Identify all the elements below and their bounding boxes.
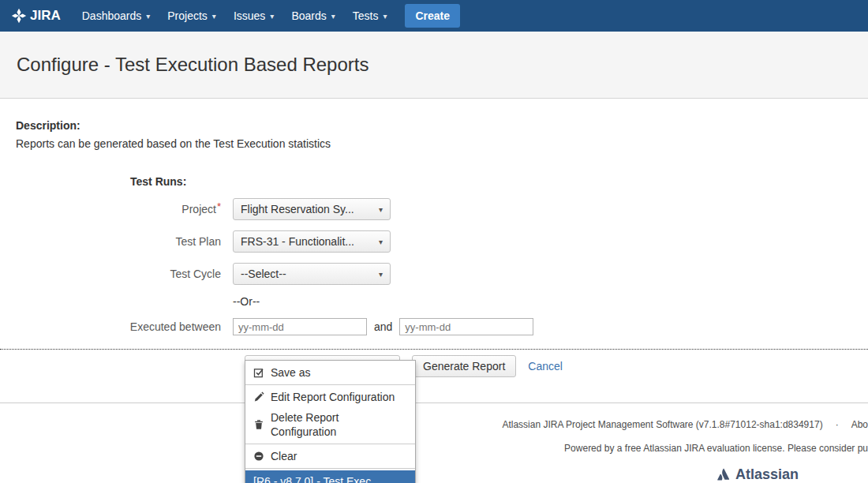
or-row: --Or-- [16,295,852,308]
executed-to-input[interactable] [399,318,533,335]
nav-item-label: Dashboards [82,9,142,22]
footer-line-2: Powered by a free Atlassian JIRA evaluat… [0,443,868,454]
menu-separator [245,468,415,469]
minus-circle-icon [253,451,264,462]
report-config-menu: Save as Edit Report Configuration Delete… [245,360,416,483]
jira-logo-text: JIRA [30,8,61,24]
cancel-link[interactable]: Cancel [528,360,563,373]
chevron-down-icon: ▾ [146,12,150,21]
test-cycle-select-value: --Select-- [241,268,286,280]
menu-separator [245,444,415,444]
chevron-down-icon: ▾ [331,12,335,21]
page-footer: Atlassian JIRA Project Management Softwa… [0,402,868,483]
footer-line-1: Atlassian JIRA Project Management Softwa… [0,419,868,430]
footer-about-link[interactable]: Abo [851,419,868,430]
project-label: Project* [16,203,233,215]
atlassian-logo-icon [716,467,731,483]
jira-logo[interactable]: JIRA [11,8,61,24]
chevron-down-icon: ▾ [383,12,387,21]
menu-item-label: Save as [271,365,311,380]
menu-item-label: Delete Report Configuration [271,410,407,439]
project-row: Project* Flight Reservation Sy... ▾ [16,198,852,220]
nav-item-label: Boards [291,9,326,22]
test-runs-section-label: Test Runs: [130,175,852,188]
menu-item-save-as[interactable]: Save as [245,362,415,383]
checkbox-icon [253,367,264,378]
generate-report-button[interactable]: Generate Report [412,355,516,377]
page-title: Configure - Test Execution Based Reports [17,54,369,76]
menu-item-selected-report[interactable]: [R6 - v8.7.0] - Test Exec... [245,470,415,483]
nav-item-dashboards[interactable]: Dashboards ▾ [73,0,159,32]
project-label-text: Project [181,203,216,215]
and-text: and [374,320,392,333]
nav-item-label: Tests [353,9,379,22]
dotted-divider [0,349,868,350]
description-label: Description: [16,119,852,132]
chevron-down-icon: ▾ [379,205,383,214]
jira-logo-icon [11,8,27,24]
atlassian-logo-text: Atlassian [735,466,799,483]
nav-item-projects[interactable]: Projects ▾ [159,0,225,32]
executed-between-row: Executed between and [16,318,852,335]
page-header: Configure - Test Execution Based Reports [0,32,868,99]
menu-item-label: [R6 - v8.7.0] - Test Exec... [253,474,380,483]
chevron-down-icon: ▾ [212,12,216,21]
create-button[interactable]: Create [405,4,460,28]
top-navigation: JIRA Dashboards ▾ Projects ▾ Issues ▾ Bo… [0,0,868,32]
menu-separator [245,384,415,385]
footer-version-text: Atlassian JIRA Project Management Softwa… [502,419,822,430]
chevron-down-icon: ▾ [379,270,383,279]
test-cycle-row: Test Cycle --Select-- ▾ [16,263,852,285]
menu-item-delete-report-configuration[interactable]: Delete Report Configuration [245,407,415,442]
description-text: Reports can be generated based on the Te… [16,137,852,150]
nav-item-label: Issues [234,9,265,22]
executed-from-input[interactable] [233,318,367,335]
trash-icon [253,419,264,430]
or-text: --Or-- [233,295,260,308]
menu-item-clear[interactable]: Clear [245,446,415,466]
menu-item-edit-report-configuration[interactable]: Edit Report Configuration [245,387,415,407]
project-select-value: Flight Reservation Sy... [241,203,354,215]
test-plan-select-value: FRS-31 - Functionalit... [241,235,354,248]
menu-item-label: Clear [271,449,297,463]
required-asterisk: * [217,200,221,212]
footer-separator: · [836,419,839,430]
test-plan-label: Test Plan [16,235,233,248]
menu-item-label: Edit Report Configuration [271,390,395,404]
chevron-down-icon: ▾ [270,12,274,21]
nav-item-label: Projects [167,9,208,22]
test-cycle-select[interactable]: --Select-- ▾ [233,263,391,285]
executed-between-label: Executed between [16,320,233,333]
main-content: Description: Reports can be generated ba… [0,119,868,377]
project-select[interactable]: Flight Reservation Sy... ▾ [233,198,391,220]
pencil-icon [253,391,264,402]
nav-item-boards[interactable]: Boards ▾ [282,0,343,32]
test-cycle-label: Test Cycle [16,268,233,280]
description-block: Description: Reports can be generated ba… [16,119,852,150]
chevron-down-icon: ▾ [379,238,383,246]
nav-item-issues[interactable]: Issues ▾ [225,0,283,32]
test-plan-row: Test Plan FRS-31 - Functionalit... ▾ [16,230,852,253]
test-plan-select[interactable]: FRS-31 - Functionalit... ▾ [233,230,391,253]
nav-item-tests[interactable]: Tests ▾ [344,0,396,32]
atlassian-logo[interactable]: Atlassian [0,466,868,483]
